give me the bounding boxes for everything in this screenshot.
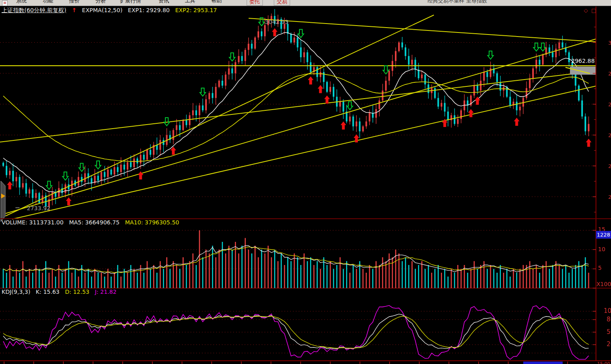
selection-box xyxy=(566,66,596,75)
symbol-period-label[interactable]: 上证指数(60分钟.前复权) xyxy=(2,7,66,13)
expma-layer xyxy=(3,32,589,192)
kdj-j-label: J: 21.82 xyxy=(95,289,116,295)
volume-axis-5: 5 xyxy=(598,265,602,271)
candles-layer xyxy=(2,9,589,211)
svg-text:2800: 2800 xyxy=(608,163,611,169)
menu-item-0[interactable]: 系统 xyxy=(16,0,27,4)
app-icon[interactable]: ≡ xyxy=(2,0,8,6)
low-price-label: 2733.92 xyxy=(27,205,50,211)
kdj-d-label: D: 12.53 xyxy=(65,289,89,295)
volume-header: VOLUME: 3113731.00 MA5: 3664906.75 MA10:… xyxy=(2,219,183,226)
svg-text:2900: 2900 xyxy=(608,101,611,108)
chart-canvas[interactable]: 300029502900285028002750 xyxy=(0,0,611,364)
time-axis-clock: 15:00 xyxy=(597,361,610,364)
volume-current-badge: 1228 xyxy=(596,231,611,239)
svg-text:2750: 2750 xyxy=(608,194,611,200)
volume-unit-label: X10000 xyxy=(596,281,611,287)
kdj-axis-80: 80 xyxy=(607,316,611,323)
menu-item-5[interactable]: 资讯 xyxy=(158,0,169,4)
volume-value-label: VOLUME: 3113731.00 xyxy=(2,219,63,226)
kdj-axis-100: 100 xyxy=(604,307,611,314)
menu-item-7[interactable]: 帮助 xyxy=(211,0,222,4)
volume-axis-10: 10 xyxy=(598,246,605,252)
kdj-gridlines xyxy=(0,311,596,353)
main-chart-header: 上证指数(60分钟.前复权) ↑ EXPMA(12,50) EXP1: 2929… xyxy=(2,7,221,14)
time-axis[interactable] xyxy=(4,362,568,364)
kdj-k-label: K: 15.63 xyxy=(36,289,59,295)
menu-item-9[interactable]: 交易 xyxy=(274,0,290,6)
panel-corner-icons[interactable]: ◇ □ xyxy=(584,7,597,13)
exp2-value-label: EXP2: 2953.17 xyxy=(175,7,217,13)
peak-price-label: 3042.93 xyxy=(265,19,288,25)
menu-bar: ≡ 系统功能报价分析扩展行情资讯工具帮助委托交易 经典交易不重样 至尊指数 xyxy=(0,0,611,6)
kdj-axis-50: 50 xyxy=(607,328,611,336)
svg-text:3000: 3000 xyxy=(608,40,611,46)
app-window: { "menu": { "items": [ {"label":"系统","x"… xyxy=(0,0,611,364)
volume-ma5-label: MA5: 3664906.75 xyxy=(69,219,119,226)
volume-bars xyxy=(3,230,589,289)
kdj-header: KDJ(9,3,3) K: 15.63 D: 12.53 J: 21.82 xyxy=(2,289,120,295)
kdj-lines xyxy=(3,306,589,360)
up-arrow-icon: ↑ xyxy=(72,7,77,13)
exp1-value-label: EXP1: 2929.80 xyxy=(128,7,170,13)
menu-right-text: 经典交易不重样 至尊指数 xyxy=(427,0,487,4)
kdj-axis xyxy=(593,311,596,345)
menu-item-6[interactable]: 工具 xyxy=(185,0,195,4)
menu-item-4[interactable]: 扩展行情 xyxy=(120,0,141,4)
menu-item-1[interactable]: 功能 xyxy=(43,0,53,4)
menu-item-8[interactable]: 委托 xyxy=(247,0,263,6)
hline-price-label: 2962.88 xyxy=(571,58,595,64)
volume-ma10-label: MA10: 3796305.50 xyxy=(125,219,179,226)
svg-text:2850: 2850 xyxy=(608,132,611,138)
svg-text:2950: 2950 xyxy=(608,71,611,77)
kdj-axis-20: 20 xyxy=(607,340,611,348)
kdj-name-label[interactable]: KDJ(9,3,3) xyxy=(2,289,30,295)
menu-item-2[interactable]: 报价 xyxy=(69,0,80,4)
menu-item-3[interactable]: 分析 xyxy=(95,0,106,4)
volume-axis xyxy=(593,230,596,289)
indicator-name-label[interactable]: EXPMA(12,50) xyxy=(82,7,123,13)
